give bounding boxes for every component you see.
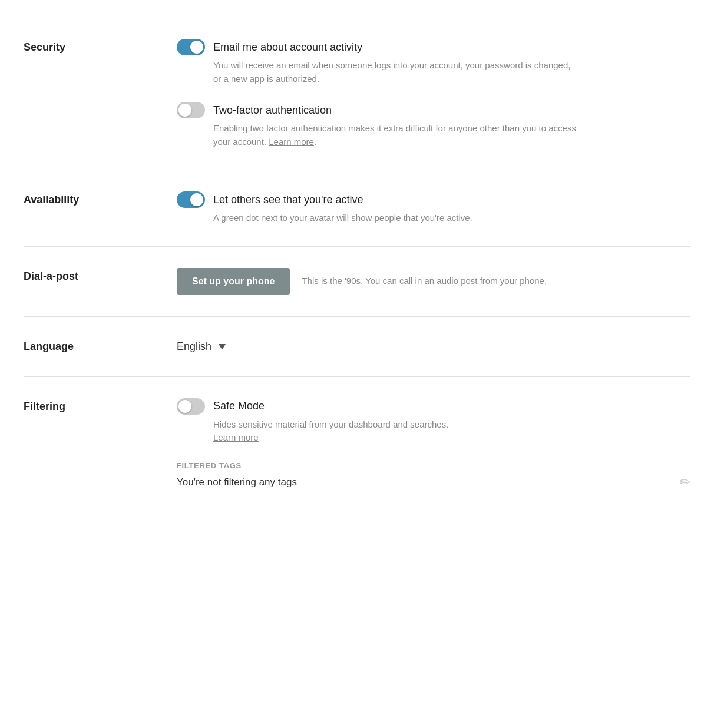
dial-a-post-label: Dial-a-post: [24, 268, 177, 283]
availability-content: Let others see that you're active A gree…: [177, 191, 690, 225]
edit-icon[interactable]: ✏: [680, 475, 690, 490]
filtering-label: Filtering: [24, 398, 177, 413]
dial-a-post-content: Set up your phone This is the '90s. You …: [177, 268, 690, 295]
email-activity-header: Email me about account activity: [177, 39, 690, 55]
active-status-title: Let others see that you're active: [213, 194, 363, 206]
active-status-header: Let others see that you're active: [177, 191, 690, 208]
availability-section: Availability Let others see that you're …: [24, 170, 690, 247]
filtering-inner: Safe Mode Hides sensitive material from …: [177, 398, 690, 490]
two-factor-item: Two-factor authentication Enabling two f…: [177, 102, 690, 148]
dial-post-row: Set up your phone This is the '90s. You …: [177, 268, 690, 295]
language-dropdown[interactable]: English: [177, 338, 690, 355]
email-activity-track: [177, 39, 205, 55]
active-status-item: Let others see that you're active A gree…: [177, 191, 690, 225]
security-label: Security: [24, 39, 177, 54]
email-activity-item: Email me about account activity You will…: [177, 39, 690, 85]
safe-mode-thumb: [178, 400, 191, 413]
safe-mode-item: Safe Mode Hides sensitive material from …: [177, 398, 690, 445]
email-activity-toggle[interactable]: [177, 39, 205, 55]
filtered-tags-value: You're not filtering any tags: [177, 476, 297, 488]
security-content: Email me about account activity You will…: [177, 39, 690, 148]
two-factor-thumb: [178, 104, 191, 117]
filtering-section: Filtering Safe Mode Hides sensitive mat: [24, 377, 690, 511]
two-factor-description: Enabling two factor authentication makes…: [213, 122, 579, 148]
chevron-down-icon: [219, 344, 226, 349]
filtered-tags-label: Filtered Tags: [177, 461, 690, 470]
safe-mode-track: [177, 398, 205, 415]
active-status-toggle[interactable]: [177, 191, 205, 208]
two-factor-title: Two-factor authentication: [213, 104, 332, 117]
safe-mode-title: Safe Mode: [213, 400, 265, 412]
dial-a-post-section: Dial-a-post Set up your phone This is th…: [24, 247, 690, 317]
two-factor-header: Two-factor authentication: [177, 102, 690, 118]
safe-mode-learn-more-link[interactable]: Learn more: [213, 432, 259, 442]
email-activity-thumb: [190, 41, 203, 54]
two-factor-learn-more-link[interactable]: Learn more: [269, 137, 314, 147]
language-section: Language English: [24, 317, 690, 377]
safe-mode-toggle[interactable]: [177, 398, 205, 415]
setup-phone-button[interactable]: Set up your phone: [177, 268, 290, 295]
availability-label: Availability: [24, 191, 177, 206]
filtered-tags-section: Filtered Tags You're not filtering any t…: [177, 461, 690, 490]
language-content: English: [177, 338, 690, 355]
security-section: Security Email me about account activity…: [24, 18, 690, 170]
safe-mode-header: Safe Mode: [177, 398, 690, 415]
active-status-track: [177, 191, 205, 208]
email-activity-description: You will receive an email when someone l…: [213, 59, 579, 85]
dial-post-description: This is the '90s. You can call in an aud…: [302, 274, 547, 288]
two-factor-toggle[interactable]: [177, 102, 205, 118]
filtering-content: Safe Mode Hides sensitive material from …: [177, 398, 690, 490]
two-factor-track: [177, 102, 205, 118]
email-activity-title: Email me about account activity: [213, 41, 362, 54]
settings-page: Security Email me about account activity…: [0, 0, 714, 529]
safe-mode-description: Hides sensitive material from your dashb…: [213, 418, 579, 445]
filtered-tags-edit-row: You're not filtering any tags ✏: [177, 475, 690, 490]
language-label: Language: [24, 338, 177, 353]
active-status-thumb: [190, 193, 203, 206]
language-selected-value: English: [177, 340, 211, 353]
active-status-description: A green dot next to your avatar will sho…: [213, 211, 579, 225]
